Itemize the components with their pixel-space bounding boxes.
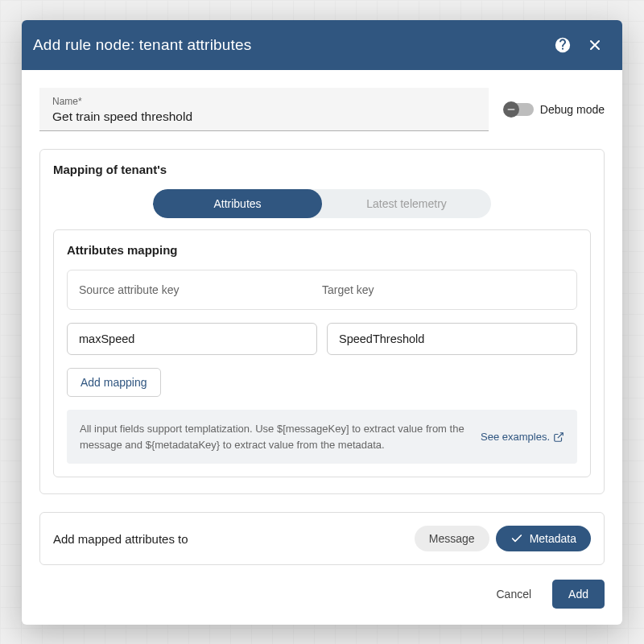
tab-attributes[interactable]: Attributes [153,189,322,218]
name-field[interactable]: Name* Get train speed threshold [39,88,489,131]
debug-mode-toggle[interactable] [505,103,534,116]
destination-metadata-label: Metadata [530,532,576,545]
external-link-icon [553,431,564,443]
attributes-mapping-title: Attributes mapping [67,243,577,257]
templatization-hint-row: All input fields support templatization.… [67,410,577,464]
dialog-footer: Cancel Add [22,565,622,625]
dialog-title: Add rule node: tenant attributes [33,36,547,54]
mapping-columns-header: Source attribute key Target key [67,270,577,310]
add-button[interactable]: Add [552,580,605,609]
close-button[interactable] [579,29,611,61]
mapping-card-title: Mapping of tenant's [53,163,591,178]
dialog-body: Name* Get train speed threshold Debug mo… [22,70,622,565]
help-icon [554,36,572,54]
target-key-input[interactable] [327,323,577,355]
templatization-hint-text: All input fields support templatization.… [80,421,468,452]
name-row: Name* Get train speed threshold Debug mo… [39,88,605,131]
dialog-header: Add rule node: tenant attributes [22,20,622,70]
mapping-card: Mapping of tenant's Attributes Latest te… [39,149,605,494]
add-mapping-button[interactable]: Add mapping [67,368,161,397]
add-rule-node-dialog: Add rule node: tenant attributes Name* G… [22,20,622,625]
check-icon [510,532,523,545]
debug-toggle-container: Debug mode [505,103,605,116]
name-label: Name* [52,96,476,107]
see-examples-label: See examples. [481,431,550,443]
see-examples-link[interactable]: See examples. [481,431,564,443]
svg-line-1 [558,433,563,438]
destination-chip-group: Message Metadata [415,526,591,551]
column-target-header: Target key [322,283,565,296]
column-source-header: Source attribute key [79,283,322,296]
source-attribute-input[interactable] [67,323,317,355]
destination-message-label: Message [429,532,475,545]
toggle-knob [503,101,519,118]
destination-metadata-chip[interactable]: Metadata [496,526,591,551]
destination-label: Add mapped attributes to [53,532,415,546]
cancel-button[interactable]: Cancel [481,580,546,609]
close-icon [587,37,603,53]
attributes-mapping-card: Attributes mapping Source attribute key … [53,229,591,477]
mapping-mode-segmented: Attributes Latest telemetry [153,189,491,218]
debug-mode-label: Debug mode [540,103,605,116]
destination-card: Add mapped attributes to Message Metadat… [39,512,605,565]
mapping-row [67,323,577,355]
destination-message-chip[interactable]: Message [415,526,489,551]
tab-latest-telemetry[interactable]: Latest telemetry [322,189,491,218]
name-value: Get train speed threshold [52,107,476,126]
help-button[interactable] [547,29,579,61]
